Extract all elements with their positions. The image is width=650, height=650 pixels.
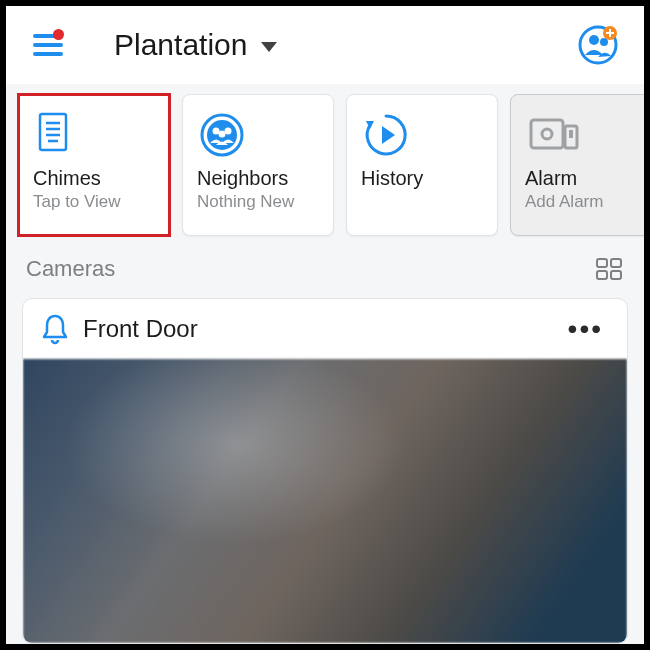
svg-point-18 bbox=[219, 131, 226, 138]
camera-header: Front Door ••• bbox=[23, 299, 627, 359]
svg-rect-28 bbox=[611, 271, 621, 279]
account-button[interactable] bbox=[576, 23, 620, 67]
app-header: Plantation bbox=[6, 6, 644, 84]
alarm-icon bbox=[525, 110, 581, 160]
svg-rect-21 bbox=[531, 120, 563, 148]
camera-feed[interactable] bbox=[23, 359, 627, 643]
chevron-down-icon bbox=[261, 42, 277, 52]
history-icon bbox=[361, 110, 411, 160]
card-title: Alarm bbox=[525, 167, 644, 190]
svg-rect-1 bbox=[33, 43, 63, 47]
camera-name: Front Door bbox=[83, 315, 548, 343]
svg-point-17 bbox=[225, 128, 232, 135]
svg-point-4 bbox=[589, 35, 599, 45]
svg-rect-8 bbox=[606, 32, 614, 34]
svg-rect-25 bbox=[597, 259, 607, 267]
menu-button[interactable] bbox=[30, 27, 66, 63]
neighbors-icon bbox=[197, 110, 247, 160]
location-name: Plantation bbox=[114, 28, 247, 62]
bell-icon bbox=[41, 313, 69, 345]
location-selector[interactable]: Plantation bbox=[114, 28, 277, 62]
chime-icon bbox=[33, 110, 73, 160]
card-history[interactable]: History bbox=[346, 94, 498, 236]
more-button[interactable]: ••• bbox=[562, 315, 609, 343]
card-chimes[interactable]: Chimes Tap to View bbox=[18, 94, 170, 236]
card-title: Neighbors bbox=[197, 167, 319, 190]
section-title: Cameras bbox=[26, 256, 115, 282]
grid-icon bbox=[596, 258, 622, 280]
svg-rect-26 bbox=[611, 259, 621, 267]
svg-point-16 bbox=[213, 128, 220, 135]
card-subtitle: Add Alarm bbox=[525, 192, 644, 212]
svg-rect-24 bbox=[569, 130, 573, 138]
svg-rect-2 bbox=[33, 52, 63, 56]
card-subtitle: Tap to View bbox=[33, 192, 155, 212]
svg-rect-9 bbox=[40, 114, 66, 150]
card-title: History bbox=[361, 167, 483, 190]
svg-marker-20 bbox=[382, 126, 395, 144]
dashboard-content: Chimes Tap to View Neighb bbox=[6, 84, 644, 644]
card-neighbors[interactable]: Neighbors Nothing New bbox=[182, 94, 334, 236]
svg-point-22 bbox=[542, 129, 552, 139]
notification-dot bbox=[53, 29, 64, 40]
section-header: Cameras bbox=[6, 242, 644, 292]
shortcut-card-row: Chimes Tap to View Neighb bbox=[6, 84, 644, 242]
grid-view-button[interactable] bbox=[594, 254, 624, 284]
card-subtitle: Nothing New bbox=[197, 192, 319, 212]
camera-panel: Front Door ••• bbox=[22, 298, 628, 644]
card-alarm[interactable]: Alarm Add Alarm bbox=[510, 94, 644, 236]
svg-rect-27 bbox=[597, 271, 607, 279]
card-title: Chimes bbox=[33, 167, 155, 190]
people-add-icon bbox=[578, 25, 618, 65]
